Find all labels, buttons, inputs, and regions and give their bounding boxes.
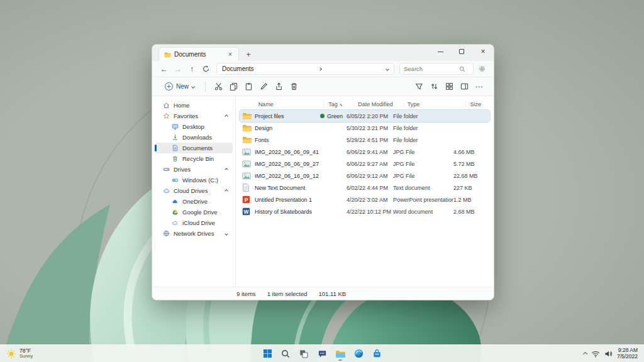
clock-date: 7/5/2022 xyxy=(617,354,638,359)
tab-documents[interactable]: Documents × xyxy=(158,47,239,61)
file-row-project-files[interactable]: Project files Green 6/05/22 2:20 PM File… xyxy=(240,110,490,122)
taskbar-search-button[interactable] xyxy=(278,346,293,361)
sidebar-item-windows-c[interactable]: Windows (C:) xyxy=(155,175,233,185)
refresh-button[interactable] xyxy=(200,63,211,75)
search-input[interactable] xyxy=(404,65,457,72)
cut-button[interactable] xyxy=(211,80,225,94)
date-modified: 4/22/22 10:12 PM xyxy=(347,209,393,215)
title-bar: Documents × + × xyxy=(152,45,494,61)
task-view-button[interactable] xyxy=(296,346,311,361)
file-type: JPG File xyxy=(393,149,453,155)
sort-button[interactable] xyxy=(427,80,441,94)
rename-button[interactable] xyxy=(257,80,270,94)
address-dropdown-icon[interactable] xyxy=(386,67,389,71)
filter-button[interactable] xyxy=(412,80,426,94)
tray-overflow-chevron-icon[interactable] xyxy=(583,352,587,356)
file-type: File folder xyxy=(393,137,453,143)
sidebar-item-desktop[interactable]: Desktop xyxy=(155,121,233,132)
file-row-new-text-document[interactable]: New Text Document 6/02/22 4:44 PM Text d… xyxy=(240,182,490,194)
file-row-design[interactable]: Design 5/30/22 3:21 PM File folder xyxy=(240,122,490,134)
sidebar-item-onedrive[interactable]: OneDrive xyxy=(155,196,233,207)
store-button[interactable] xyxy=(369,346,384,361)
sidebar-item-drives[interactable]: Drives xyxy=(155,164,233,175)
settings-button[interactable] xyxy=(476,63,487,75)
store-icon xyxy=(372,349,382,358)
star-icon xyxy=(162,112,170,119)
toolbar-divider xyxy=(205,82,206,92)
trash-icon xyxy=(290,82,298,90)
status-bar: 9 items 1 item selected 101.11 KB xyxy=(152,287,494,300)
sidebar-item-downloads[interactable]: Downloads xyxy=(155,132,233,143)
new-button[interactable]: + New xyxy=(160,80,199,92)
view-button[interactable] xyxy=(442,80,456,94)
column-header-tag[interactable]: Tag xyxy=(328,101,354,107)
sidebar-item-google-drive[interactable]: Google Drive xyxy=(155,207,233,217)
more-options-button[interactable]: ⋯ xyxy=(472,80,486,94)
details-pane-button[interactable] xyxy=(457,80,471,94)
tab-close-icon[interactable]: × xyxy=(226,50,235,59)
file-row-untitled-presentation[interactable]: P Untitled Presentation 1 4/20/22 3:02 A… xyxy=(240,194,490,206)
paste-button[interactable] xyxy=(242,80,255,94)
chevron-up-icon[interactable] xyxy=(225,168,228,172)
sidebar-item-favorites[interactable]: Favorites xyxy=(155,111,233,121)
minimize-button[interactable] xyxy=(430,45,451,58)
delete-button[interactable] xyxy=(287,80,301,94)
paste-icon xyxy=(245,82,253,90)
sidebar-item-cloud-drives[interactable]: Cloud Drives xyxy=(155,185,233,196)
share-button[interactable] xyxy=(272,80,286,94)
file-row-img-09-12[interactable]: IMG_2022_06_16_09_12 6/06/22 9:12 AM JPG… xyxy=(240,170,490,182)
copy-button[interactable] xyxy=(226,80,240,94)
file-explorer-button[interactable] xyxy=(333,346,348,361)
file-type: JPG File xyxy=(393,161,453,167)
file-size: 2.68 MB xyxy=(453,209,487,215)
address-bar[interactable]: Documents xyxy=(216,63,394,75)
new-tab-button[interactable]: + xyxy=(244,50,253,58)
chat-button[interactable] xyxy=(314,346,330,361)
column-header-size[interactable]: Size xyxy=(470,101,484,107)
sidebar-item-home[interactable]: Home xyxy=(155,100,233,111)
sidebar-item-documents[interactable]: Documents xyxy=(155,143,233,153)
windows-drive-icon xyxy=(171,177,179,184)
sidebar-item-network-drives[interactable]: Network Drives xyxy=(155,228,233,239)
folder-icon xyxy=(164,52,171,58)
start-button[interactable] xyxy=(260,346,275,361)
file-name: IMG_2022_06_06_09_27 xyxy=(255,161,320,167)
edge-button[interactable] xyxy=(351,346,366,361)
column-header-type[interactable]: Type xyxy=(408,101,467,107)
close-button[interactable]: × xyxy=(472,45,494,58)
file-row-img-09-41[interactable]: IMG_2022_06_06_09_41 6/06/22 9:41 AM JPG… xyxy=(240,146,490,158)
folder-icon xyxy=(242,112,255,120)
network-icon xyxy=(162,230,170,237)
image-file-icon xyxy=(242,148,255,156)
sidebar-item-recycle-bin[interactable]: Recycle Bin xyxy=(155,153,233,164)
column-header-name[interactable]: Name xyxy=(258,101,325,107)
drive-icon xyxy=(162,166,170,173)
taskbar-clock[interactable]: 9:28 AM 7/5/2022 xyxy=(617,348,638,359)
chevron-up-icon[interactable] xyxy=(225,189,228,193)
details-pane-icon xyxy=(460,82,469,90)
back-button[interactable]: ← xyxy=(158,63,170,75)
command-toolbar: + New xyxy=(152,77,494,96)
file-row-fonts[interactable]: Fonts 5/29/22 4:51 PM File folder xyxy=(240,134,490,146)
copy-icon xyxy=(230,82,238,90)
breadcrumb[interactable]: Documents xyxy=(222,65,254,72)
search-box[interactable] xyxy=(399,63,474,75)
volume-icon[interactable] xyxy=(604,350,613,358)
powerpoint-file-icon: P xyxy=(242,195,255,204)
maximize-button[interactable] xyxy=(451,45,472,58)
forward-button[interactable]: → xyxy=(172,63,184,75)
wifi-icon[interactable] xyxy=(591,350,600,358)
date-modified: 6/06/22 9:12 AM xyxy=(347,173,393,179)
share-icon xyxy=(275,82,283,90)
file-name: IMG_2022_06_06_09_41 xyxy=(255,149,320,155)
weather-widget[interactable]: 78°F Sunny xyxy=(0,345,39,362)
chevron-up-icon[interactable] xyxy=(225,114,228,118)
up-button[interactable]: ↑ xyxy=(186,63,197,75)
date-modified: 6/05/22 2:20 PM xyxy=(347,113,393,119)
column-header-date-modified[interactable]: Date Modified xyxy=(358,101,403,107)
sidebar-item-icloud-drive[interactable]: iCloud Drive xyxy=(155,217,233,228)
chevron-down-icon[interactable] xyxy=(225,232,228,236)
file-row-img-09-27[interactable]: IMG_2022_06_06_09_27 6/06/22 9:27 AM JPG… xyxy=(240,158,490,170)
refresh-icon xyxy=(203,65,209,72)
file-row-history-of-skateboards[interactable]: W History of Skateboards 4/22/22 10:12 P… xyxy=(240,206,490,217)
